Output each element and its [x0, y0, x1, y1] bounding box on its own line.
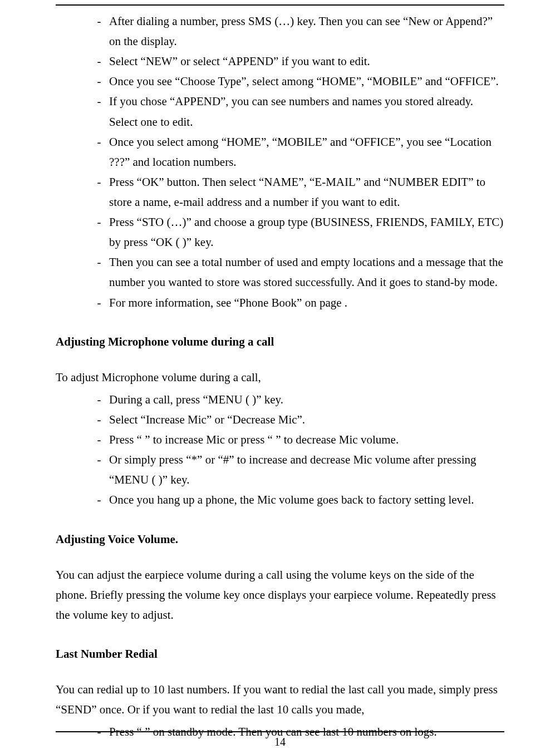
- list-item-text: Once you see “Choose Type”, select among…: [109, 71, 504, 91]
- list-item: - Once you select among “HOME”, “MOBILE”…: [56, 132, 504, 172]
- bullet-dash: -: [89, 132, 109, 152]
- page-content: - After dialing a number, press SMS (…) …: [33, 6, 527, 742]
- heading-adjusting-voice: Adjusting Voice Volume.: [56, 529, 504, 549]
- bullet-dash: -: [89, 212, 109, 232]
- bullet-dash: -: [89, 172, 109, 192]
- list-item-text: If you chose “APPEND”, you can see numbe…: [109, 91, 504, 131]
- list-item-text: During a call, press “MENU ( )” key.: [109, 390, 504, 410]
- bullet-dash: -: [89, 252, 109, 272]
- bullet-dash: -: [89, 430, 109, 450]
- bullet-dash: -: [89, 71, 109, 91]
- bullet-dash: -: [89, 450, 109, 470]
- list-item: - Press “ ” to increase Mic or press “ ”…: [56, 430, 504, 450]
- list-item: - Then you can see a total number of use…: [56, 252, 504, 292]
- list-item-text: Press “OK” button. Then select “NAME”, “…: [109, 172, 504, 212]
- bullet-dash: -: [89, 410, 109, 430]
- bullet-dash: -: [89, 11, 109, 31]
- bullet-dash: -: [89, 91, 109, 111]
- list-item: - Press “STO (…)” and choose a group typ…: [56, 212, 504, 252]
- bullet-dash: -: [89, 390, 109, 410]
- heading-last-number-redial: Last Number Redial: [56, 644, 504, 664]
- list-item: - For more information, see “Phone Book”…: [56, 293, 504, 313]
- redial-paragraph: You can redial up to 10 last numbers. If…: [56, 679, 504, 719]
- list-item: - Or simply press “*” or “#” to increase…: [56, 450, 504, 490]
- bullet-dash: -: [89, 490, 109, 510]
- list-item: - Select “Increase Mic” or “Decrease Mic…: [56, 410, 504, 430]
- list-item-text: Select “NEW” or select “APPEND” if you w…: [109, 51, 504, 71]
- page-footer: 14: [33, 731, 527, 748]
- list-item: - Press “OK” button. Then select “NAME”,…: [56, 172, 504, 212]
- list-item: - Select “NEW” or select “APPEND” if you…: [56, 51, 504, 71]
- storage-steps-list: - After dialing a number, press SMS (…) …: [56, 11, 504, 313]
- list-item-text: Once you hang up a phone, the Mic volume…: [109, 490, 504, 510]
- list-item: - Once you hang up a phone, the Mic volu…: [56, 490, 504, 510]
- list-item-text: For more information, see “Phone Book” o…: [109, 293, 504, 313]
- list-item: - After dialing a number, press SMS (…) …: [56, 11, 504, 51]
- bottom-horizontal-rule: [56, 731, 504, 732]
- list-item-text: After dialing a number, press SMS (…) ke…: [109, 11, 504, 51]
- bullet-dash: -: [89, 51, 109, 71]
- list-item: - Once you see “Choose Type”, select amo…: [56, 71, 504, 91]
- list-item-text: Once you select among “HOME”, “MOBILE” a…: [109, 132, 504, 172]
- mic-steps-list: - During a call, press “MENU ( )” key. -…: [56, 390, 504, 510]
- list-item-text: Press “ ” to increase Mic or press “ ” t…: [109, 430, 504, 450]
- heading-adjusting-mic: Adjusting Microphone volume during a cal…: [56, 332, 504, 352]
- voice-paragraph: You can adjust the earpiece volume durin…: [56, 565, 504, 625]
- list-item-text: Press “STO (…)” and choose a group type …: [109, 212, 504, 252]
- list-item-text: Select “Increase Mic” or “Decrease Mic”.: [109, 410, 504, 430]
- list-item-text: Then you can see a total number of used …: [109, 252, 504, 292]
- page-number: 14: [274, 736, 286, 748]
- document-page: - After dialing a number, press SMS (…) …: [0, 4, 560, 754]
- mic-intro-paragraph: To adjust Microphone volume during a cal…: [56, 367, 504, 387]
- list-item-text: Or simply press “*” or “#” to increase a…: [109, 450, 504, 490]
- bullet-dash: -: [89, 293, 109, 313]
- list-item: - During a call, press “MENU ( )” key.: [56, 390, 504, 410]
- list-item: - If you chose “APPEND”, you can see num…: [56, 91, 504, 131]
